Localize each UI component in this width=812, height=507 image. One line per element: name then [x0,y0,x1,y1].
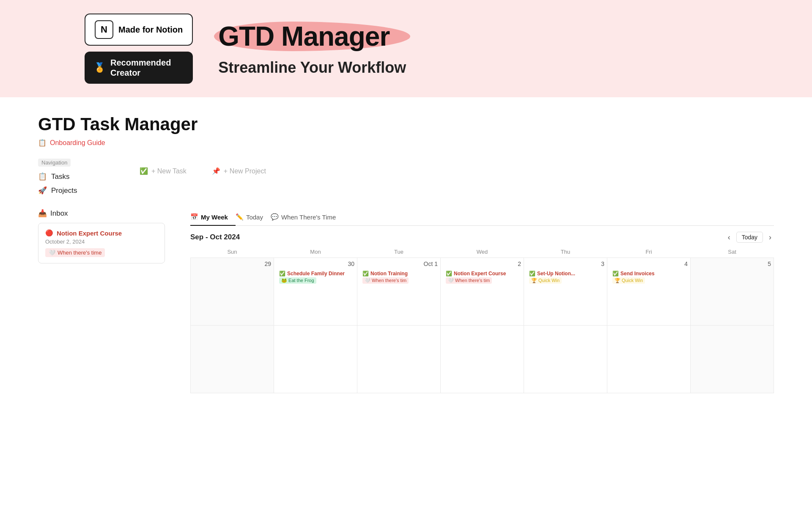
calendar-today-button[interactable]: Today [736,232,763,243]
hero-title: GTD Manager [218,21,390,52]
event-tag-eat-the-frog: 🐸 Eat the Frog [279,277,316,284]
medal-icon: 🏅 [94,62,105,73]
day-empty [274,326,357,393]
event-tag-when-time: 🤍 When there's tim [446,277,492,284]
event-schedule-family-dinner[interactable]: ✅ Schedule Family Dinner 🐸 Eat the Frog [277,269,354,285]
day-cell-oct1: Oct 1 ✅ Notion Training 🤍 When there's t… [357,258,441,326]
event-check-icon: ✅ [362,271,369,277]
event-title-text: Send Invoices [620,271,655,277]
hero-badges: N Made for Notion 🏅 RecommendedCreator [85,14,193,84]
list-icon: 📋 [38,139,47,147]
inbox-card-title: 🔴 Notion Expert Course [45,229,158,237]
day-cell-5: 5 [691,258,774,326]
hero-subtitle: Streamline Your Workflow [218,59,406,77]
when-time-icon: 💬 [271,213,279,221]
inbox-card-icon: 🔴 [45,229,53,237]
navigation-label: Navigation [38,159,71,167]
day-empty [191,326,274,393]
col-fri: Fri [607,246,691,258]
calendar-next-button[interactable]: › [766,232,774,243]
day-number: 29 [193,260,271,267]
calendar-period: Sep - Oct 2024 [190,233,240,241]
day-cell-2: 2 ✅ Notion Expert Course 🤍 When there's … [441,258,524,326]
navigation-section: Navigation 📋 Tasks 🚀 Projects ✅ + New Ta… [38,159,774,196]
day-number: 5 [693,260,771,267]
day-empty [607,326,691,393]
today-tab-icon: ✏️ [236,213,244,221]
made-for-notion-badge: N Made for Notion [85,14,193,46]
day-empty [691,326,774,393]
col-sun: Sun [191,246,274,258]
col-tue: Tue [357,246,441,258]
day-empty [441,326,524,393]
inbox-card[interactable]: 🔴 Notion Expert Course October 2, 2024 🤍… [38,223,165,263]
my-week-icon: 📅 [190,213,198,221]
day-cell-30: 30 ✅ Schedule Family Dinner 🐸 Eat the Fr… [274,258,357,326]
event-title-text: Notion Expert Course [454,271,506,277]
calendar-week-row: 29 30 ✅ Schedule Family Dinner 🐸 Eat the… [191,258,774,326]
nav-column: Navigation 📋 Tasks 🚀 Projects [38,159,123,196]
event-notion-expert-course-wed[interactable]: ✅ Notion Expert Course 🤍 When there's ti… [443,269,521,285]
today-tab-label: Today [246,214,263,221]
inbox-label-text: Inbox [50,209,68,218]
new-task-label: + New Task [151,167,187,175]
event-check-icon: ✅ [279,271,285,277]
event-title: ✅ Notion Training [362,271,435,277]
projects-icon: 🚀 [38,186,47,195]
event-tag-quick-win: 🏆 Quick Win [612,277,645,284]
calendar-tabs: 📅 My Week ✏️ Today 💬 When There's Time [190,209,774,226]
event-send-invoices[interactable]: ✅ Send Invoices 🏆 Quick Win [610,269,688,285]
day-empty [357,326,441,393]
new-project-button[interactable]: 📌 + New Project [212,167,266,175]
nav-tasks-item[interactable]: 📋 Tasks [38,171,123,182]
calendar-navigation: ‹ Today › [725,232,774,243]
event-title: ✅ Send Invoices [612,271,685,277]
inbox-card-date: October 2, 2024 [45,238,158,245]
day-empty [524,326,607,393]
tag-emoji: 🤍 [49,249,55,256]
recommended-creator-badge: 🏅 RecommendedCreator [85,52,193,84]
event-check-icon: ✅ [446,271,452,277]
calendar-grid: Sun Mon Tue Wed Thu Fri Sat 29 [190,246,774,393]
my-week-label: My Week [201,214,228,221]
event-notion-training[interactable]: ✅ Notion Training 🤍 When there's tim [360,269,438,285]
day-number: 30 [277,260,354,267]
two-column-layout: 📥 Inbox 🔴 Notion Expert Course October 2… [38,209,774,393]
today-indicator: 3 [601,260,604,267]
event-title: ✅ Set-Up Notion... [529,271,602,277]
notion-logo-icon: N [95,20,113,39]
calendar-prev-button[interactable]: ‹ [725,232,733,243]
event-title: ✅ Notion Expert Course [446,271,518,277]
onboarding-guide-link[interactable]: 📋 Onboarding Guide [38,139,774,147]
inbox-section-label[interactable]: 📥 Inbox [38,209,173,218]
day-number: 4 [610,260,688,267]
projects-label: Projects [51,186,77,195]
col-mon: Mon [274,246,357,258]
event-check-icon: ✅ [529,271,535,277]
hero-title-container: GTD Manager [218,21,406,52]
tab-when-theres-time[interactable]: 💬 When There's Time [271,209,343,226]
day-cell-3-today: 3 ✅ Set-Up Notion... 🏆 Quick Win [524,258,607,326]
tab-my-week[interactable]: 📅 My Week [190,209,236,226]
event-tag-quick-win: 🏆 Quick Win [529,277,562,284]
event-tag-when-time: 🤍 When there's tim [362,277,409,284]
made-for-notion-label: Made for Notion [118,25,183,35]
right-column: 📅 My Week ✏️ Today 💬 When There's Time S… [190,209,774,393]
tasks-icon: 📋 [38,172,47,181]
calendar-header: Sep - Oct 2024 ‹ Today › [190,226,774,246]
inbox-card-tag: 🤍 When there's time [45,248,105,257]
hero-title-area: GTD Manager Streamline Your Workflow [218,21,406,77]
main-content: GTD Task Manager 📋 Onboarding Guide Navi… [0,97,812,410]
event-check-icon: ✅ [612,271,619,277]
nav-projects-item[interactable]: 🚀 Projects [38,185,123,196]
event-setup-notion[interactable]: ✅ Set-Up Notion... 🏆 Quick Win [527,269,604,285]
col-thu: Thu [524,246,607,258]
hero-banner: N Made for Notion 🏅 RecommendedCreator G… [0,0,812,97]
new-task-button[interactable]: ✅ + New Task [140,167,187,175]
new-task-icon: ✅ [140,167,148,175]
calendar-empty-row [191,326,774,393]
tab-today[interactable]: ✏️ Today [236,209,271,226]
when-time-label: When There's Time [281,214,336,221]
recommended-creator-label: RecommendedCreator [110,58,171,78]
day-cell-4: 4 ✅ Send Invoices 🏆 Quick Win [607,258,691,326]
